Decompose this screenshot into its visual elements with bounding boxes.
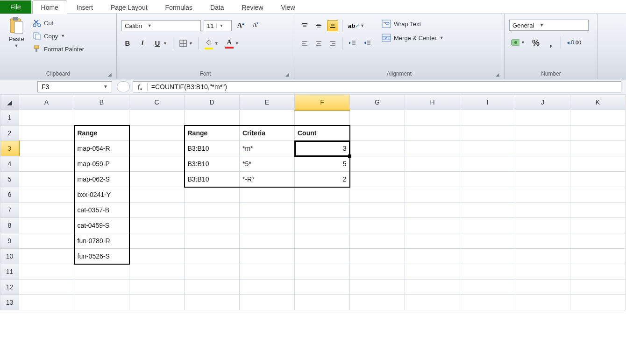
cell-H4[interactable] — [405, 156, 460, 172]
tab-home[interactable]: Home — [32, 0, 67, 14]
cell-F9[interactable] — [295, 233, 350, 249]
cell-A7[interactable] — [19, 203, 74, 218]
cell-E9[interactable] — [240, 233, 295, 249]
cell-E5[interactable]: *-R* — [240, 172, 295, 187]
name-box[interactable]: F3 ▼ — [37, 81, 112, 92]
orientation-button[interactable]: ab↗▼ — [346, 20, 366, 32]
cell-H11[interactable] — [405, 264, 460, 280]
cell-E10[interactable] — [240, 249, 295, 264]
cell-G12[interactable] — [350, 280, 405, 295]
align-center-button[interactable] — [313, 38, 324, 49]
cell-A3[interactable] — [19, 141, 74, 156]
cell-I10[interactable] — [460, 249, 515, 264]
cell-F1[interactable] — [295, 110, 350, 126]
bold-button[interactable]: B — [121, 37, 134, 49]
italic-button[interactable]: I — [136, 37, 149, 49]
formula-bar[interactable]: fx =COUNTIF(B3:B10,"*m*") — [133, 81, 621, 92]
align-middle-button[interactable] — [313, 20, 324, 31]
borders-button[interactable]: ▼ — [177, 37, 195, 49]
cell-A4[interactable] — [19, 156, 74, 172]
cell-C9[interactable] — [129, 233, 185, 249]
cell-B6[interactable]: bxx-0241-Y — [74, 187, 129, 203]
tab-page-layout[interactable]: Page Layout — [102, 1, 156, 14]
font-name-combo[interactable]: Calibri▼ — [121, 20, 201, 31]
number-format-combo[interactable]: General▼ — [509, 20, 589, 31]
cell-D10[interactable] — [185, 249, 240, 264]
cell-C6[interactable] — [129, 187, 185, 203]
cell-B13[interactable] — [74, 295, 129, 310]
align-top-button[interactable] — [299, 20, 310, 31]
cell-J10[interactable] — [515, 249, 570, 264]
cell-E2[interactable]: Criteria — [240, 126, 295, 141]
align-left-button[interactable] — [299, 38, 310, 49]
cell-J13[interactable] — [515, 295, 570, 310]
cell-F2[interactable]: Count — [295, 126, 350, 141]
wrap-text-button[interactable]: Wrap Text — [382, 20, 444, 28]
cell-C7[interactable] — [129, 203, 185, 218]
cell-I5[interactable] — [460, 172, 515, 187]
increase-decimal-button[interactable]: ◂.0.00 — [565, 36, 583, 49]
increase-font-button[interactable]: A▴ — [235, 20, 247, 32]
cell-G7[interactable] — [350, 203, 405, 218]
cell-F13[interactable] — [295, 295, 350, 310]
row-header-10[interactable]: 10 — [0, 249, 19, 264]
row-header-2[interactable]: 2 — [0, 126, 19, 141]
cell-F6[interactable] — [295, 187, 350, 203]
col-header-G[interactable]: G — [350, 95, 405, 110]
cell-B5[interactable]: map-062-S — [74, 172, 129, 187]
font-launcher[interactable]: ◢ — [285, 72, 289, 77]
cell-J7[interactable] — [515, 203, 570, 218]
cell-B7[interactable]: cat-0357-B — [74, 203, 129, 218]
spreadsheet-grid[interactable]: ◢ABCDEFGHIJK12RangeRangeCriteriaCount3ma… — [0, 94, 626, 310]
cell-K10[interactable] — [570, 249, 626, 264]
cell-K1[interactable] — [570, 110, 626, 126]
copy-dropdown[interactable]: ▼ — [61, 34, 65, 38]
copy-button[interactable]: Copy ▼ — [33, 32, 84, 40]
cell-H6[interactable] — [405, 187, 460, 203]
cell-A8[interactable] — [19, 218, 74, 233]
cell-G4[interactable] — [350, 156, 405, 172]
row-header-7[interactable]: 7 — [0, 203, 19, 218]
col-header-B[interactable]: B — [74, 95, 129, 110]
cell-C12[interactable] — [129, 280, 185, 295]
cell-A6[interactable] — [19, 187, 74, 203]
row-header-13[interactable]: 13 — [0, 295, 19, 310]
cell-E11[interactable] — [240, 264, 295, 280]
cell-H10[interactable] — [405, 249, 460, 264]
cell-C2[interactable] — [129, 126, 185, 141]
cell-E3[interactable]: *m* — [240, 141, 295, 156]
cell-J8[interactable] — [515, 218, 570, 233]
cell-K6[interactable] — [570, 187, 626, 203]
cell-A10[interactable] — [19, 249, 74, 264]
cell-C10[interactable] — [129, 249, 185, 264]
cell-G13[interactable] — [350, 295, 405, 310]
tab-file[interactable]: File — [0, 0, 31, 14]
cell-E1[interactable] — [240, 110, 295, 126]
cell-B10[interactable]: fun-0526-S — [74, 249, 129, 264]
cell-J4[interactable] — [515, 156, 570, 172]
cell-B9[interactable]: fun-0789-R — [74, 233, 129, 249]
row-header-4[interactable]: 4 — [0, 156, 19, 172]
tab-view[interactable]: View — [272, 1, 303, 14]
paste-dropdown[interactable]: ▼ — [14, 43, 19, 48]
paste-button[interactable]: Paste ▼ — [5, 16, 28, 48]
merge-center-button[interactable]: a Merge & Center ▼ — [382, 34, 444, 42]
cell-H8[interactable] — [405, 218, 460, 233]
cell-F3[interactable]: 3 — [295, 141, 350, 156]
merge-dropdown[interactable]: ▼ — [440, 35, 444, 40]
cell-I7[interactable] — [460, 203, 515, 218]
cell-F10[interactable] — [295, 249, 350, 264]
cell-J11[interactable] — [515, 264, 570, 280]
cell-A12[interactable] — [19, 280, 74, 295]
cell-D4[interactable]: B3:B10 — [185, 156, 240, 172]
cell-D9[interactable] — [185, 233, 240, 249]
cell-K8[interactable] — [570, 218, 626, 233]
cell-H3[interactable] — [405, 141, 460, 156]
cell-G5[interactable] — [350, 172, 405, 187]
cell-G11[interactable] — [350, 264, 405, 280]
insert-function-button[interactable] — [117, 81, 130, 92]
col-header-C[interactable]: C — [129, 95, 185, 110]
row-header-9[interactable]: 9 — [0, 233, 19, 249]
cell-D1[interactable] — [185, 110, 240, 126]
cell-G3[interactable] — [350, 141, 405, 156]
